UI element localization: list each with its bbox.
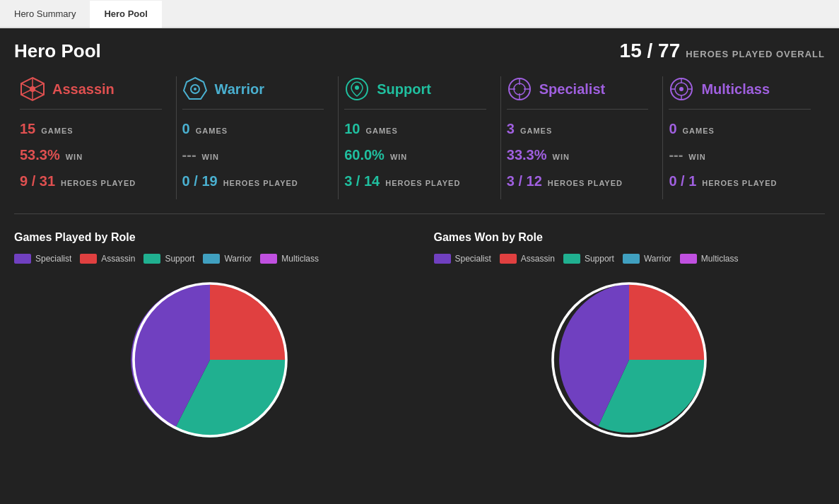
tab-hero-summary[interactable]: Hero Summary <box>0 0 90 27</box>
support-win: 60.0% WIN <box>344 147 486 163</box>
assassin-heroes: 9 / 31 HEROES PLAYED <box>20 173 162 189</box>
legend-won-specialist-label: Specialist <box>455 254 491 264</box>
specialist-games-value: 3 <box>507 121 515 137</box>
heroes-overall-count: 15 / 77 <box>620 40 681 62</box>
warrior-win: --- WIN <box>182 147 324 163</box>
legend-won-assassin: Assassin <box>500 254 555 264</box>
role-name-support: Support <box>377 81 431 98</box>
legend-multiclass-swatch <box>260 254 277 264</box>
chart-won-wrapper <box>434 275 826 445</box>
assassin-heroes-value: 9 / 31 <box>20 173 55 189</box>
legend-support-swatch <box>143 254 160 264</box>
legend-warrior-label: Warrior <box>224 254 252 264</box>
legend-won-specialist: Specialist <box>434 254 491 264</box>
chart-played-title: Games Played by Role <box>14 231 406 244</box>
support-heroes-label: HEROES PLAYED <box>385 179 460 187</box>
tab-hero-pool[interactable]: Hero Pool <box>90 1 161 28</box>
support-heroes: 3 / 14 HEROES PLAYED <box>344 173 486 189</box>
assassin-games: 15 GAMES <box>20 121 162 137</box>
legend-won-warrior-swatch <box>623 254 640 264</box>
legend-won-support: Support <box>563 254 614 264</box>
support-win-value: 60.0% <box>344 147 385 163</box>
warrior-games: 0 GAMES <box>182 121 324 137</box>
role-name-warrior: Warrior <box>215 81 264 98</box>
support-games: 10 GAMES <box>344 121 486 137</box>
legend-multiclass-label: Multiclass <box>281 254 319 264</box>
svg-point-9 <box>355 86 359 90</box>
role-header-support: Support <box>344 76 486 110</box>
support-games-label: GAMES <box>365 127 397 135</box>
warrior-heroes-value: 0 / 19 <box>182 173 218 189</box>
multiclass-heroes-label: HEROES PLAYED <box>702 179 777 187</box>
legend-won-warrior: Warrior <box>623 254 671 264</box>
legend-won-assassin-swatch <box>500 254 517 264</box>
chart-played-legend: Specialist Assassin Support Warrior Mult… <box>14 254 406 264</box>
role-header-warrior: Warrior <box>182 76 324 110</box>
multiclass-icon <box>669 76 694 102</box>
chart-played: Games Played by Role Specialist Assassin… <box>14 231 406 445</box>
legend-specialist-swatch <box>14 254 31 264</box>
chart-won: Games Won by Role Specialist Assassin Su… <box>434 231 826 445</box>
role-name-specialist: Specialist <box>539 81 605 98</box>
warrior-win-value: --- <box>182 147 196 163</box>
legend-multiclass: Multiclass <box>260 254 319 264</box>
legend-won-multiclass-label: Multiclass <box>701 254 739 264</box>
legend-won-warrior-label: Warrior <box>644 254 671 264</box>
specialist-heroes-value: 3 / 12 <box>507 173 542 189</box>
specialist-games: 3 GAMES <box>507 121 649 137</box>
svg-point-4 <box>30 86 35 92</box>
svg-point-11 <box>514 83 525 95</box>
pie-chart-played <box>125 275 295 445</box>
chart-played-wrapper <box>14 275 406 445</box>
role-col-multiclass: Multiclass 0 GAMES --- WIN 0 / 1 HEROES … <box>663 76 825 199</box>
legend-assassin: Assassin <box>80 254 135 264</box>
multiclass-games: 0 GAMES <box>669 121 811 137</box>
warrior-win-label: WIN <box>202 153 219 161</box>
specialist-win-label: WIN <box>553 153 570 161</box>
legend-warrior-swatch <box>203 254 220 264</box>
legend-won-specialist-swatch <box>434 254 451 264</box>
specialist-win-value: 33.3% <box>507 147 547 163</box>
legend-specialist: Specialist <box>14 254 71 264</box>
role-header-specialist: Specialist <box>507 76 649 110</box>
page-header: Hero Pool 15 / 77 HEROES PLAYED OVERALL <box>14 40 825 62</box>
warrior-games-label: GAMES <box>196 127 228 135</box>
support-heroes-value: 3 / 14 <box>344 173 380 189</box>
svg-point-7 <box>194 88 196 90</box>
assassin-heroes-label: HEROES PLAYED <box>61 179 136 187</box>
support-games-value: 10 <box>344 121 360 137</box>
main-content: Hero Pool 15 / 77 HEROES PLAYED OVERALL … <box>0 28 839 504</box>
assassin-games-label: GAMES <box>41 127 73 135</box>
multiclass-win: --- WIN <box>669 147 811 163</box>
legend-won-assassin-label: Assassin <box>521 254 555 264</box>
warrior-icon <box>182 76 208 102</box>
legend-assassin-label: Assassin <box>101 254 135 264</box>
legend-warrior: Warrior <box>203 254 252 264</box>
assassin-win-value: 53.3% <box>20 147 60 163</box>
specialist-win: 33.3% WIN <box>507 147 649 163</box>
legend-support: Support <box>143 254 194 264</box>
pie-chart-won <box>544 275 714 445</box>
role-name-assassin: Assassin <box>52 81 115 98</box>
heroes-overall-label: HEROES PLAYED OVERALL <box>686 49 825 59</box>
charts-section: Games Played by Role Specialist Assassin… <box>14 231 825 445</box>
role-col-support: Support 10 GAMES 60.0% WIN 3 / 14 HEROES… <box>339 76 501 199</box>
assassin-win: 53.3% WIN <box>20 147 162 163</box>
role-col-specialist: Specialist 3 GAMES 33.3% WIN 3 / 12 HERO… <box>501 76 664 199</box>
assassin-win-label: WIN <box>66 153 83 161</box>
legend-won-support-swatch <box>563 254 580 264</box>
legend-won-support-label: Support <box>585 254 614 264</box>
multiclass-win-value: --- <box>669 147 683 163</box>
legend-won-multiclass: Multiclass <box>680 254 739 264</box>
multiclass-win-label: WIN <box>688 153 705 161</box>
legend-support-label: Support <box>165 254 194 264</box>
warrior-games-value: 0 <box>182 121 190 137</box>
specialist-heroes-label: HEROES PLAYED <box>548 179 623 187</box>
chart-won-title: Games Won by Role <box>434 231 826 244</box>
specialist-icon <box>507 76 532 102</box>
warrior-heroes: 0 / 19 HEROES PLAYED <box>182 173 324 189</box>
multiclass-games-value: 0 <box>669 121 676 137</box>
support-icon <box>344 76 370 102</box>
assassin-games-value: 15 <box>20 121 35 137</box>
specialist-games-label: GAMES <box>520 127 552 135</box>
